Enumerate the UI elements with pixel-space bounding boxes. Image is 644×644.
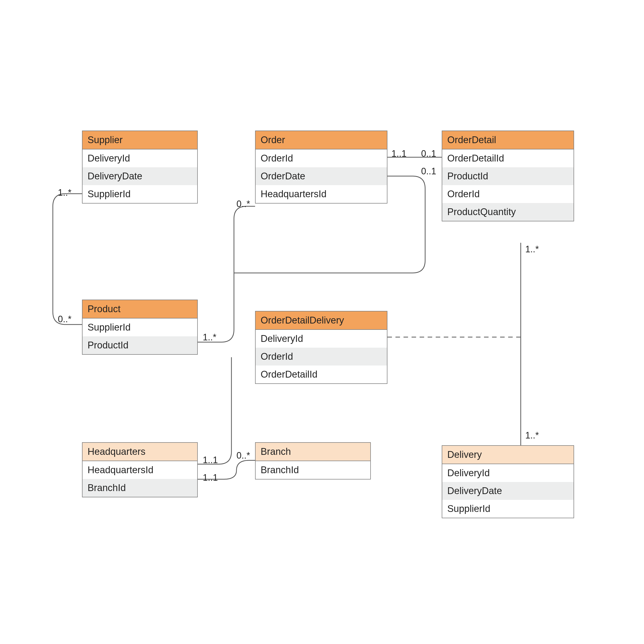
mult-hq-branch: 1..1 bbox=[203, 472, 218, 483]
attr: BranchId bbox=[83, 479, 197, 497]
attr: DeliveryId bbox=[256, 330, 387, 348]
entity-title: Order bbox=[256, 131, 387, 149]
mult-product-right: 1..* bbox=[203, 332, 216, 343]
entity-headquarters: Headquarters HeadquartersId BranchId bbox=[82, 442, 198, 497]
attr: HeadquartersId bbox=[256, 185, 387, 203]
entity-order: Order OrderId OrderDate HeadquartersId bbox=[255, 131, 387, 204]
attr: OrderDetailId bbox=[442, 149, 574, 167]
attr: DeliveryDate bbox=[442, 482, 574, 500]
entity-title: Branch bbox=[256, 443, 370, 461]
attr: DeliveryId bbox=[442, 464, 574, 482]
entity-orderdetaildelivery: OrderDetailDelivery DeliveryId OrderId O… bbox=[255, 311, 387, 384]
entity-branch: Branch BranchId bbox=[255, 442, 371, 479]
attr: OrderDate bbox=[256, 167, 387, 185]
attr: OrderId bbox=[256, 149, 387, 167]
attr: OrderId bbox=[256, 348, 387, 366]
entity-supplier: Supplier DeliveryId DeliveryDate Supplie… bbox=[82, 131, 198, 204]
mult-orderdetail-left-top: 0..1 bbox=[421, 148, 436, 159]
attr: SupplierId bbox=[442, 500, 574, 518]
attr: DeliveryDate bbox=[83, 167, 197, 185]
entity-orderdetail: OrderDetail OrderDetailId ProductId Orde… bbox=[442, 131, 574, 221]
entity-title: OrderDetailDelivery bbox=[256, 311, 387, 330]
attr: DeliveryId bbox=[83, 149, 197, 167]
mult-order-left: 0..* bbox=[236, 199, 250, 209]
entity-product: Product SupplierId ProductId bbox=[82, 300, 198, 355]
attr: OrderId bbox=[442, 185, 574, 203]
attr: ProductId bbox=[83, 336, 197, 354]
attr: SupplierId bbox=[83, 318, 197, 336]
mult-hq-order: 1..1 bbox=[203, 455, 218, 465]
mult-delivery-up: 1..* bbox=[525, 430, 539, 441]
entity-title: Supplier bbox=[83, 131, 197, 149]
mult-supplier-product-bottom: 0..* bbox=[58, 314, 71, 325]
entity-title: Headquarters bbox=[83, 443, 197, 461]
attr: SupplierId bbox=[83, 185, 197, 203]
mult-orderdetail-left-bot: 0..1 bbox=[421, 166, 436, 177]
er-diagram-canvas: Supplier DeliveryId DeliveryDate Supplie… bbox=[0, 0, 644, 644]
mult-supplier-product-top: 1..* bbox=[58, 187, 71, 198]
mult-order-right-top: 1..1 bbox=[391, 148, 407, 159]
entity-delivery: Delivery DeliveryId DeliveryDate Supplie… bbox=[442, 445, 574, 518]
mult-od-down: 1..* bbox=[525, 244, 539, 255]
attr: OrderDetailId bbox=[256, 366, 387, 383]
mult-branch-left: 0..* bbox=[236, 450, 250, 461]
entity-title: OrderDetail bbox=[442, 131, 574, 149]
entity-title: Delivery bbox=[442, 446, 574, 464]
attr: ProductQuantity bbox=[442, 203, 574, 221]
attr: ProductId bbox=[442, 167, 574, 185]
entity-title: Product bbox=[83, 300, 197, 318]
attr: HeadquartersId bbox=[83, 461, 197, 479]
attr: BranchId bbox=[256, 461, 370, 479]
